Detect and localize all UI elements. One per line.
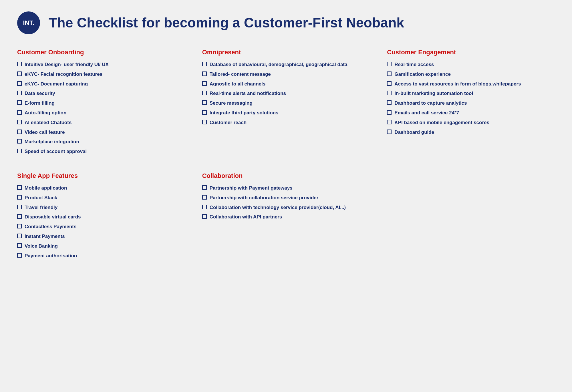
section-title-omnipresent: Omnipresent: [202, 49, 370, 56]
list-item: Emails and call service 24*7: [387, 110, 555, 116]
list-item-text: Payment authorisation: [25, 252, 77, 259]
checklist-customer-engagement: Real-time accessGamification experienceA…: [387, 61, 555, 136]
list-item: Instant Payments: [17, 233, 185, 240]
list-item: Product Stack: [17, 194, 185, 201]
list-item: Travel friendly: [17, 204, 185, 211]
checkbox-icon[interactable]: [17, 234, 22, 238]
checklist-collaboration: Partnership with Payment gatewaysPartner…: [202, 185, 370, 220]
checklist-customer-onboarding: Intuitive Design- user friendly UI/ UXeK…: [17, 61, 185, 155]
checklist-omnipresent: Database of behavioural, demographical, …: [202, 61, 370, 126]
checkbox-icon[interactable]: [17, 120, 22, 124]
list-item-text: E-form filling: [25, 100, 55, 107]
list-item-text: Disposable virtual cards: [25, 214, 81, 220]
list-item: Video call feature: [17, 129, 185, 136]
list-item-text: Access to vast resources in form of blog…: [394, 81, 521, 87]
checkbox-icon[interactable]: [202, 71, 207, 76]
list-item: AI enabled Chatbots: [17, 119, 185, 126]
checkbox-icon[interactable]: [202, 81, 207, 86]
list-item: Contactless Payments: [17, 223, 185, 230]
list-item-text: Speed of account approval: [25, 148, 87, 155]
checkbox-icon[interactable]: [387, 100, 392, 105]
section-title-collaboration: Collaboration: [202, 172, 370, 180]
list-item: Collaboration with technology service pr…: [202, 204, 370, 211]
list-item-text: Collaboration with API partners: [210, 214, 282, 220]
list-item: Partnership with collaboration service p…: [202, 194, 370, 201]
list-item: Collaboration with API partners: [202, 214, 370, 220]
list-item: Gamification experience: [387, 71, 555, 78]
list-item: Database of behavioural, demographical, …: [202, 61, 370, 68]
checkbox-icon[interactable]: [17, 139, 22, 144]
list-item-text: In-built marketing automation tool: [394, 90, 473, 97]
checkbox-icon[interactable]: [17, 243, 22, 248]
list-item: Access to vast resources in form of blog…: [387, 81, 555, 87]
checkbox-icon[interactable]: [17, 110, 22, 115]
section-title-single-app-features: Single App Features: [17, 172, 185, 180]
bottom-sections-grid: Single App FeaturesMobile applicationPro…: [17, 172, 555, 259]
checkbox-icon[interactable]: [387, 62, 392, 66]
logo-text: INT.: [23, 19, 34, 27]
list-item-text: Integrate third party solutions: [210, 110, 279, 116]
list-item: Marketplace integration: [17, 138, 185, 145]
section-customer-engagement: Customer EngagementReal-time accessGamif…: [387, 49, 555, 155]
section-title-customer-onboarding: Customer Onboarding: [17, 49, 185, 56]
list-item-text: Gamification experience: [394, 71, 451, 78]
list-item-text: Auto-filling option: [25, 110, 66, 116]
checkbox-icon[interactable]: [387, 91, 392, 95]
checkbox-icon[interactable]: [17, 185, 22, 190]
checkbox-icon[interactable]: [17, 253, 22, 258]
list-item: Customer reach: [202, 119, 370, 126]
checkbox-icon[interactable]: [17, 149, 22, 153]
checkbox-icon[interactable]: [17, 224, 22, 228]
checkbox-icon[interactable]: [202, 185, 207, 190]
checkbox-icon[interactable]: [202, 120, 207, 124]
list-item: Partnership with Payment gateways: [202, 185, 370, 192]
list-item: Voice Banking: [17, 243, 185, 250]
checkbox-icon[interactable]: [387, 71, 392, 76]
checkbox-icon[interactable]: [202, 62, 207, 66]
list-item-text: Voice Banking: [25, 243, 58, 250]
list-item-text: Emails and call service 24*7: [394, 110, 459, 116]
checkbox-icon[interactable]: [17, 214, 22, 219]
list-item-text: Real-time access: [394, 61, 434, 68]
checkbox-icon[interactable]: [202, 110, 207, 115]
list-item-text: Partnership with Payment gateways: [210, 185, 293, 192]
checkbox-icon[interactable]: [387, 120, 392, 124]
list-item: Dashboard guide: [387, 129, 555, 136]
section-customer-onboarding: Customer OnboardingIntuitive Design- use…: [17, 49, 185, 155]
list-item: Speed of account approval: [17, 148, 185, 155]
checkbox-icon[interactable]: [17, 195, 22, 200]
checkbox-icon[interactable]: [202, 91, 207, 95]
list-item-text: Instant Payments: [25, 233, 65, 240]
list-item-text: Agnostic to all channels: [210, 81, 266, 87]
list-item-text: Dashboard to capture analytics: [394, 100, 467, 107]
list-item-text: eKYC- Facial recognition features: [25, 71, 102, 78]
list-item-text: Database of behavioural, demographical, …: [210, 61, 347, 68]
list-item: In-built marketing automation tool: [387, 90, 555, 97]
checkbox-icon[interactable]: [202, 195, 207, 200]
checkbox-icon[interactable]: [202, 205, 207, 209]
list-item-text: Real-time alerts and notifications: [210, 90, 286, 97]
checkbox-icon[interactable]: [17, 205, 22, 209]
checkbox-icon[interactable]: [17, 100, 22, 105]
checkbox-icon[interactable]: [17, 81, 22, 86]
checkbox-icon[interactable]: [17, 62, 22, 66]
checkbox-icon[interactable]: [387, 81, 392, 86]
checkbox-icon[interactable]: [387, 110, 392, 115]
logo: INT.: [17, 11, 40, 34]
section-title-customer-engagement: Customer Engagement: [387, 49, 555, 56]
list-item: Disposable virtual cards: [17, 214, 185, 220]
list-item-text: AI enabled Chatbots: [25, 119, 72, 126]
checkbox-icon[interactable]: [17, 130, 22, 134]
section-collaboration: CollaborationPartnership with Payment ga…: [202, 172, 370, 259]
list-item-text: Secure messaging: [210, 100, 253, 107]
section-omnipresent: OmnipresentDatabase of behavioural, demo…: [202, 49, 370, 155]
list-item: Data security: [17, 90, 185, 97]
checkbox-icon[interactable]: [202, 100, 207, 105]
list-item: Intuitive Design- user friendly UI/ UX: [17, 61, 185, 68]
checkbox-icon[interactable]: [202, 214, 207, 219]
checkbox-icon[interactable]: [387, 130, 392, 134]
list-item: Dashboard to capture analytics: [387, 100, 555, 107]
checkbox-icon[interactable]: [17, 71, 22, 76]
checkbox-icon[interactable]: [17, 91, 22, 95]
list-item-text: Dashboard guide: [394, 129, 434, 136]
